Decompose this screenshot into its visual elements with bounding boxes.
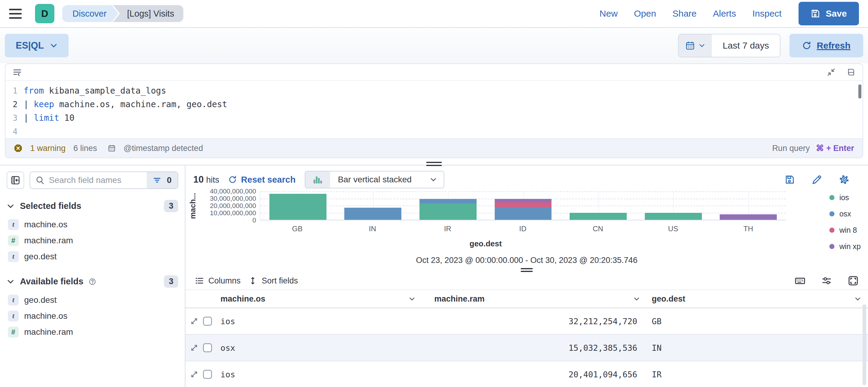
time-range-value[interactable]: Last 7 days [712, 34, 780, 57]
field-filter-button[interactable]: 0 [147, 172, 178, 188]
display-options-icon[interactable] [822, 276, 832, 286]
table-scrollbar[interactable] [863, 304, 866, 385]
space-avatar[interactable]: D [35, 4, 54, 23]
collapse-sidebar-button[interactable] [7, 171, 24, 189]
cell-machine-ram[interactable]: 32,212,254,720 [422, 317, 647, 326]
date-picker-quick-menu[interactable] [679, 34, 712, 57]
bar-segment-ios [420, 203, 476, 220]
alerts-button[interactable]: Alerts [713, 8, 736, 19]
row-checkbox[interactable] [203, 370, 212, 379]
table-row: ios 20,401,094,656 IR [185, 361, 868, 387]
field-item-machine-os[interactable]: t machine.os [7, 308, 178, 324]
column-header-machine-ram[interactable]: machine.ram [422, 294, 647, 304]
cell-machine-os[interactable]: ios [216, 317, 422, 326]
breadcrumb-discover[interactable]: Discover [62, 5, 112, 22]
column-header-geo-dest[interactable]: geo.dest [647, 294, 868, 304]
expand-row-icon[interactable] [190, 317, 198, 325]
line-number: 1 [5, 86, 24, 95]
available-fields-header: Available fields 3 [7, 275, 178, 288]
cell-geo-dest[interactable]: IR [647, 370, 868, 379]
cell-machine-os[interactable]: osx [216, 343, 422, 353]
chart-bar-IN[interactable] [336, 191, 411, 220]
warning-icon [14, 144, 22, 153]
column-menu-icon[interactable] [633, 295, 640, 302]
row-checkbox[interactable] [203, 343, 212, 352]
expand-row-icon[interactable] [190, 344, 198, 352]
query-bar: ES|QL Last 7 days Refresh [0, 28, 868, 63]
string-field-icon: t [8, 251, 19, 262]
fullscreen-icon[interactable] [848, 276, 858, 286]
row-checkbox[interactable] [203, 317, 212, 326]
language-switcher[interactable]: ES|QL [5, 34, 68, 57]
help-icon[interactable] [89, 278, 96, 285]
warning-count[interactable]: 1 warning [30, 144, 65, 153]
documentation-icon[interactable] [847, 68, 855, 76]
gear-icon[interactable] [839, 174, 849, 185]
selected-fields-header: Selected fields 3 [7, 200, 178, 212]
field-item-machine-ram[interactable]: # machine.ram [7, 232, 178, 249]
chart-bar-IR[interactable] [410, 191, 486, 220]
legend-item-win8[interactable]: win 8 [829, 226, 861, 234]
code-editor[interactable]: 1 from kibana_sample_data_logs 2 | keep … [5, 81, 863, 138]
expand-row-icon[interactable] [190, 370, 198, 378]
save-button[interactable]: Save [799, 2, 859, 25]
shrink-editor-icon[interactable] [827, 68, 835, 76]
cell-geo-dest[interactable]: IN [647, 343, 868, 353]
chart-bar-CN[interactable] [561, 191, 636, 220]
open-button[interactable]: Open [634, 8, 656, 19]
y-axis-ticks: 40,000,000,000 30,000,000,000 20,000,000… [200, 191, 260, 220]
field-item-machine-ram[interactable]: # machine.ram [7, 324, 178, 340]
column-menu-icon[interactable] [854, 295, 861, 302]
field-item-machine-os[interactable]: t machine.os [7, 217, 178, 232]
inspect-button[interactable]: Inspect [752, 8, 782, 19]
top-bar: D Discover [Logs] Visits New Open Share … [0, 0, 868, 28]
selected-fields-list: t machine.os # machine.ram t geo.dest [7, 217, 178, 264]
column-header-machine-os[interactable]: machine.os [216, 294, 422, 304]
chart-plot-area[interactable] [260, 191, 786, 220]
cell-machine-ram[interactable]: 20,401,094,656 [422, 370, 647, 379]
breadcrumb-saved-search: [Logs] Visits [113, 5, 183, 22]
columns-button[interactable]: Columns [195, 276, 241, 286]
field-item-geo-dest[interactable]: t geo.dest [7, 249, 178, 264]
chevron-down-icon[interactable] [7, 202, 14, 210]
edit-visualization-icon[interactable] [812, 174, 822, 185]
histogram-actions [785, 174, 860, 185]
chart-bar-TH[interactable] [711, 191, 786, 220]
run-query-button[interactable]: Run query ⌘ + Enter [772, 143, 854, 153]
cell-geo-dest[interactable]: GB [647, 317, 868, 326]
column-menu-icon[interactable] [408, 295, 415, 302]
sort-fields-button[interactable]: Sort fields [249, 276, 298, 286]
save-visualization-icon[interactable] [785, 174, 795, 185]
editor-scrollbar[interactable] [858, 85, 861, 98]
word-wrap-icon[interactable] [13, 68, 22, 77]
cell-machine-ram[interactable]: 15,032,385,536 [422, 343, 647, 353]
calendar-icon [108, 144, 116, 152]
chart-bar-ID[interactable] [486, 191, 561, 220]
legend-dot [829, 244, 835, 249]
time-range-note: Oct 23, 2023 @ 00:00:00.000 - Oct 30, 20… [185, 256, 868, 265]
editor-resize-handle[interactable] [426, 162, 442, 166]
new-button[interactable]: New [599, 8, 618, 19]
string-field-icon: t [8, 219, 19, 230]
chart-type-select[interactable]: Bar vertical stacked [305, 171, 444, 188]
refresh-button[interactable]: Refresh [789, 34, 863, 57]
chart-bar-GB[interactable] [260, 191, 336, 220]
chevron-down-icon[interactable] [7, 278, 14, 286]
chart-bar-US[interactable] [636, 191, 711, 220]
available-fields-list: t geo.dest t machine.os # machine.ram [7, 292, 178, 340]
cell-machine-os[interactable]: ios [216, 370, 422, 379]
histogram-resize-handle[interactable] [521, 268, 533, 272]
breadcrumb: Discover [Logs] Visits [62, 5, 183, 22]
menu-icon[interactable] [9, 9, 22, 19]
editor-toolbar [5, 64, 863, 81]
field-item-geo-dest[interactable]: t geo.dest [7, 292, 178, 308]
legend-item-osx[interactable]: osx [829, 209, 861, 218]
legend-item-winxp[interactable]: win xp [829, 242, 861, 251]
keyboard-icon[interactable] [795, 276, 805, 286]
share-button[interactable]: Share [672, 8, 696, 19]
legend-item-ios[interactable]: ios [829, 193, 861, 202]
legend-dot [829, 211, 835, 217]
code-line: 4 [5, 125, 863, 138]
field-search-input[interactable] [49, 175, 147, 185]
reset-search-button[interactable]: Reset search [228, 175, 296, 185]
